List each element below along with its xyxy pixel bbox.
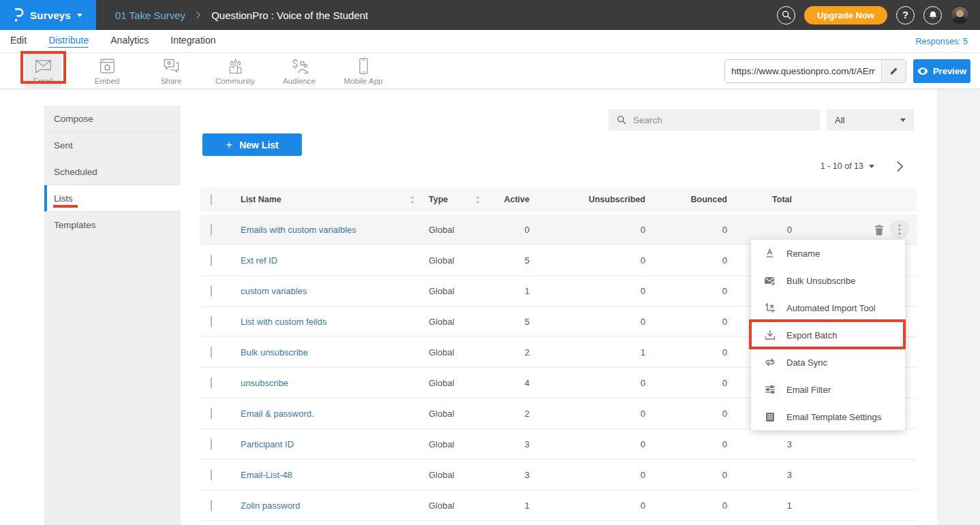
surveys-product-menu[interactable]: Surveys	[0, 0, 96, 30]
bounced-count[interactable]: 0	[722, 225, 727, 235]
bounced-count[interactable]: 0	[722, 439, 727, 449]
search-input[interactable]	[633, 115, 812, 125]
active-count[interactable]: 2	[525, 347, 530, 357]
total-count[interactable]: 0	[787, 225, 792, 235]
delete-list-button[interactable]	[874, 224, 884, 236]
unsubscribed-count[interactable]: 0	[641, 225, 645, 235]
list-name-link[interactable]: List with custom feilds	[241, 317, 326, 327]
active-count[interactable]: 4	[525, 378, 530, 388]
active-count[interactable]: 0	[525, 225, 530, 235]
responses-count[interactable]: Responses: 5	[916, 37, 968, 46]
bounced-count[interactable]: 0	[722, 378, 727, 388]
bounced-count[interactable]: 0	[722, 347, 727, 357]
toolbar-item-mobile-app[interactable]: Mobile App	[345, 53, 382, 89]
new-list-button[interactable]: + New List	[202, 133, 302, 156]
unsubscribed-count[interactable]: 1	[641, 347, 645, 357]
next-page-button[interactable]	[896, 161, 904, 172]
menu-item-bulk-unsubscribe[interactable]: Bulk Unsubscribe	[751, 267, 905, 294]
menu-item-export-batch[interactable]: Export Batch	[751, 321, 905, 349]
sort-icon[interactable]	[410, 195, 415, 204]
row-checkbox[interactable]	[211, 500, 212, 511]
header-label: List Name	[241, 195, 281, 204]
active-count[interactable]: 1	[525, 500, 530, 511]
row-checkbox[interactable]	[211, 285, 212, 297]
sort-icon[interactable]	[475, 195, 480, 204]
toolbar-item-embed[interactable]: Embed	[89, 53, 125, 89]
search-button[interactable]	[777, 6, 795, 25]
sidebar-item-templates[interactable]: Templates	[44, 212, 181, 238]
unsubscribed-count[interactable]: 0	[641, 439, 645, 449]
list-name-link[interactable]: Emails with custom varialbles	[241, 225, 356, 235]
bounced-count[interactable]: 0	[722, 255, 727, 266]
bounced-count[interactable]: 0	[722, 470, 727, 480]
list-name-link[interactable]: Bulk unsubscribe	[241, 347, 308, 357]
bounced-count[interactable]: 0	[722, 500, 727, 511]
unsubscribed-count[interactable]: 0	[641, 317, 645, 327]
select-all-checkbox[interactable]	[211, 194, 212, 205]
notifications-button[interactable]	[923, 6, 942, 25]
preview-button[interactable]: Preview	[913, 59, 970, 83]
upgrade-now-button[interactable]: Upgrade Now	[804, 6, 887, 25]
unsubscribed-count[interactable]: 0	[641, 378, 645, 388]
survey-url-input[interactable]	[725, 60, 881, 82]
pagination-range[interactable]: 1 - 10 of 13	[821, 161, 863, 171]
row-checkbox[interactable]	[211, 255, 212, 266]
bounced-count[interactable]: 0	[722, 317, 727, 327]
row-checkbox[interactable]	[211, 469, 212, 481]
list-name-link[interactable]: Zolin password	[241, 500, 300, 511]
unsubscribed-count[interactable]: 0	[641, 286, 645, 296]
row-menu-button[interactable]	[890, 220, 909, 239]
active-count[interactable]: 2	[525, 409, 530, 419]
row-checkbox[interactable]	[211, 408, 212, 419]
menu-item-email-template-settings[interactable]: Email Template Settings	[751, 403, 905, 430]
menu-item-email-filter[interactable]: Email Filter	[751, 376, 905, 403]
bounced-count[interactable]: 0	[722, 409, 727, 419]
unsubscribed-count[interactable]: 0	[641, 255, 645, 266]
tab-analytics[interactable]: Analytics	[110, 35, 149, 48]
help-button[interactable]: ?	[896, 6, 915, 25]
row-checkbox[interactable]	[211, 377, 212, 389]
menu-item-rename[interactable]: Rename	[751, 240, 905, 267]
sidebar-item-sent[interactable]: Sent	[44, 132, 181, 159]
list-name-link[interactable]: Email & password.	[241, 409, 314, 419]
toolbar-item-audience[interactable]: Audience	[281, 53, 318, 89]
unsubscribed-count[interactable]: 0	[641, 500, 645, 511]
breadcrumb-survey-link[interactable]: 01 Take Survey	[115, 10, 185, 21]
row-checkbox[interactable]	[211, 316, 212, 328]
active-count[interactable]: 5	[525, 317, 530, 327]
toolbar-item-share[interactable]: Share	[153, 53, 189, 89]
menu-item-automated-import-tool[interactable]: Automated Import Tool	[751, 294, 905, 321]
total-count[interactable]: 3	[787, 439, 792, 449]
list-name-link[interactable]: Participant ID	[241, 439, 294, 449]
list-name-link[interactable]: unsubscribe	[241, 378, 288, 388]
total-count[interactable]: 3	[787, 470, 792, 480]
list-name-cell: unsubscribe	[227, 378, 415, 388]
toolbar-item-community[interactable]: Community	[217, 53, 254, 89]
tab-integration[interactable]: Integration	[170, 35, 215, 48]
tab-distribute[interactable]: Distribute	[48, 35, 89, 48]
active-count[interactable]: 3	[525, 439, 530, 449]
total-count[interactable]: 1	[787, 500, 792, 511]
menu-item-data-sync[interactable]: Data Sync	[751, 349, 905, 376]
active-count[interactable]: 1	[525, 286, 530, 296]
edit-url-button[interactable]	[881, 60, 906, 82]
tab-edit[interactable]: Edit	[10, 35, 27, 48]
sidebar-item-scheduled[interactable]: Scheduled	[44, 159, 181, 185]
active-count[interactable]: 5	[525, 255, 530, 266]
row-checkbox[interactable]	[211, 439, 212, 450]
user-avatar[interactable]	[951, 6, 969, 25]
sidebar-item-compose[interactable]: Compose	[44, 106, 181, 132]
unsubscribed-count[interactable]: 0	[641, 470, 645, 480]
row-checkbox[interactable]	[211, 347, 212, 358]
chevron-down-icon[interactable]	[869, 165, 874, 168]
list-name-link[interactable]: Email-List-48	[241, 470, 292, 480]
unsubscribed-count[interactable]: 0	[641, 409, 645, 419]
sidebar-item-lists[interactable]: Lists	[44, 185, 181, 212]
bounced-count[interactable]: 0	[722, 286, 727, 296]
list-filter-dropdown[interactable]: All	[827, 109, 914, 131]
toolbar-item-email[interactable]: Email	[25, 53, 61, 89]
row-checkbox[interactable]	[211, 224, 212, 236]
list-name-link[interactable]: Ext ref ID	[241, 255, 277, 266]
active-count[interactable]: 3	[525, 470, 530, 480]
list-name-link[interactable]: custom variables	[241, 286, 307, 296]
